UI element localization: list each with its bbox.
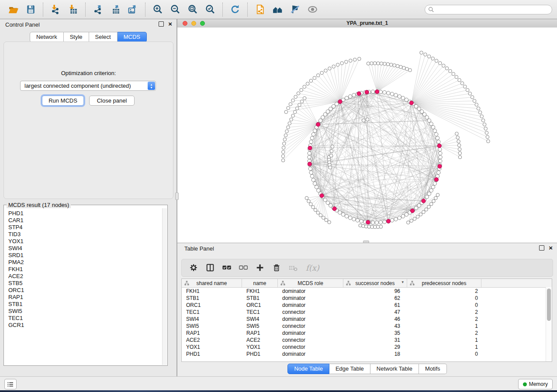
import-network-icon[interactable] bbox=[50, 4, 61, 15]
toolbar-separator bbox=[247, 3, 248, 17]
save-session-icon[interactable] bbox=[25, 4, 36, 15]
show-hidden-eye-icon[interactable] bbox=[307, 4, 318, 15]
mcds-result-item[interactable]: FKH1 bbox=[8, 266, 163, 273]
table-cell-predecessor-nodes: 1 bbox=[407, 337, 481, 343]
refresh-view-icon[interactable] bbox=[229, 4, 241, 15]
table-row[interactable]: SWI5SWI5connector431 bbox=[182, 323, 552, 330]
search-input[interactable] bbox=[434, 6, 552, 14]
open-file-icon[interactable] bbox=[7, 4, 19, 15]
table-cell-name: RAP1 bbox=[242, 330, 278, 336]
close-panel-icon[interactable]: × bbox=[168, 21, 172, 27]
memory-button[interactable]: Memory bbox=[518, 379, 553, 389]
export-image-icon[interactable] bbox=[127, 4, 138, 15]
table-cell-predecessor-nodes: 2 bbox=[407, 288, 481, 294]
select-all-columns-icon[interactable] bbox=[222, 263, 232, 273]
run-mcds-button[interactable]: Run MCDS bbox=[42, 96, 84, 106]
node-table-header: shared name name MCDS role successor nod… bbox=[182, 279, 552, 288]
mcds-list-scrollbar[interactable] bbox=[162, 208, 167, 365]
column-header-shared-name[interactable]: shared name bbox=[182, 279, 242, 287]
tab-style[interactable]: Style bbox=[64, 32, 89, 42]
table-settings-icon[interactable] bbox=[189, 263, 199, 273]
table-row[interactable]: PHD1PHD1dominator180 bbox=[182, 351, 552, 358]
mcds-result-item[interactable]: SWI4 bbox=[8, 245, 163, 252]
mcds-result-item[interactable]: TEC1 bbox=[8, 315, 163, 322]
table-scrollbar-thumb[interactable] bbox=[547, 289, 551, 321]
mcds-result-item[interactable]: STP4 bbox=[8, 224, 163, 231]
mcds-result-item[interactable]: ORC1 bbox=[8, 287, 163, 294]
table-cell-name: PHD1 bbox=[242, 351, 278, 357]
table-panel: Table Panel × f(x) shared name name MCDS… bbox=[177, 243, 557, 376]
tab-network[interactable]: Network bbox=[30, 32, 64, 42]
table-cell-successor-nodes: 29 bbox=[343, 344, 407, 350]
zoom-in-icon[interactable] bbox=[152, 4, 163, 15]
toolbar-separator bbox=[85, 3, 86, 17]
network-canvas[interactable] bbox=[177, 28, 557, 243]
mcds-result-item[interactable]: STB1 bbox=[8, 301, 163, 308]
houses-icon[interactable] bbox=[272, 4, 283, 15]
tab-node-table[interactable]: Node Table bbox=[287, 364, 329, 374]
mcds-result-item[interactable]: PMA2 bbox=[8, 259, 163, 266]
table-row[interactable]: STB1STB1dominator620 bbox=[182, 295, 552, 302]
close-panel-button[interactable]: Close panel bbox=[89, 96, 135, 106]
delete-column-icon[interactable] bbox=[272, 263, 282, 273]
network-file-icon[interactable] bbox=[254, 4, 266, 15]
function-builder-icon: f(x) bbox=[306, 263, 319, 272]
mcds-result-item[interactable]: PHD1 bbox=[8, 210, 163, 217]
mcds-result-item[interactable]: TID3 bbox=[8, 231, 163, 238]
table-cell-name: STB1 bbox=[242, 295, 278, 301]
table-row[interactable]: SWI4SWI4dominator462 bbox=[182, 316, 552, 323]
network-graph bbox=[177, 28, 557, 243]
close-table-panel-icon[interactable]: × bbox=[549, 245, 553, 251]
mcds-result-item[interactable]: RAP1 bbox=[8, 294, 163, 301]
tab-mcds[interactable]: MCDS bbox=[118, 32, 147, 42]
table-row[interactable]: ACE2ACE2connector311 bbox=[182, 337, 552, 344]
table-cell-name: YOX1 bbox=[242, 344, 278, 350]
vertical-splitter-handle[interactable] bbox=[175, 193, 179, 200]
column-header-predecessor-nodes[interactable]: predecessor nodes bbox=[407, 279, 481, 287]
zoom-selected-icon[interactable] bbox=[204, 4, 216, 15]
export-table-icon[interactable] bbox=[110, 4, 121, 15]
mcds-result-title: MCDS result (17 nodes) bbox=[7, 202, 71, 208]
export-network-icon[interactable] bbox=[92, 4, 104, 15]
zoom-out-icon[interactable] bbox=[170, 4, 181, 15]
network-window-title: YPA_prune.txt_1 bbox=[177, 20, 557, 26]
tab-select[interactable]: Select bbox=[89, 32, 118, 42]
column-header-successor-nodes[interactable]: successor nodes▾ bbox=[343, 279, 407, 287]
column-header-name[interactable]: name bbox=[242, 279, 278, 287]
mcds-result-item[interactable]: STB5 bbox=[8, 280, 163, 287]
tab-network-table[interactable]: Network Table bbox=[370, 364, 419, 374]
mcds-result-item[interactable]: SWI5 bbox=[8, 308, 163, 315]
float-panel-icon[interactable] bbox=[159, 21, 164, 27]
zoom-fit-icon[interactable] bbox=[187, 4, 198, 15]
search-box[interactable] bbox=[425, 5, 552, 14]
table-row[interactable]: FKH1FKH1dominator962 bbox=[182, 288, 552, 295]
task-history-button[interactable] bbox=[4, 379, 17, 389]
table-cell-mcds-role: dominator bbox=[278, 316, 343, 322]
float-table-panel-icon[interactable] bbox=[539, 245, 544, 251]
deselect-all-columns-icon[interactable] bbox=[239, 263, 249, 273]
column-header-mcds-role[interactable]: MCDS role bbox=[278, 279, 343, 287]
table-row[interactable]: ORC1ORC1dominator610 bbox=[182, 302, 552, 309]
table-row[interactable]: RAP1RAP1dominator352 bbox=[182, 330, 552, 337]
show-columns-icon[interactable] bbox=[205, 263, 216, 273]
table-row[interactable]: YOX1YOX1connector291 bbox=[182, 344, 552, 351]
table-cell-successor-nodes: 46 bbox=[343, 316, 407, 322]
table-scrollbar[interactable] bbox=[546, 287, 552, 361]
table-cell-successor-nodes: 31 bbox=[343, 337, 407, 343]
search-icon bbox=[428, 7, 434, 13]
import-table-icon[interactable] bbox=[67, 4, 79, 15]
table-cell-successor-nodes: 43 bbox=[343, 323, 407, 329]
toolbar-separator bbox=[43, 3, 43, 17]
tab-motifs[interactable]: Motifs bbox=[419, 364, 447, 374]
mcds-result-item[interactable]: YOX1 bbox=[8, 238, 163, 245]
criterion-select[interactable]: largest connected component (undirected)… bbox=[20, 81, 156, 91]
mcds-result-item[interactable]: ACE2 bbox=[8, 273, 163, 280]
table-row[interactable]: TEC1TEC1connector472 bbox=[182, 309, 552, 316]
mcds-result-item[interactable]: CAR1 bbox=[8, 217, 163, 224]
hide-selected-icon[interactable] bbox=[289, 4, 301, 15]
tab-edge-table[interactable]: Edge Table bbox=[329, 364, 370, 374]
mcds-result-item[interactable]: GCR1 bbox=[8, 322, 163, 329]
mcds-result-item[interactable]: SRD1 bbox=[8, 252, 163, 259]
add-column-icon[interactable] bbox=[255, 263, 266, 273]
table-cell-shared-name: PHD1 bbox=[182, 351, 242, 357]
